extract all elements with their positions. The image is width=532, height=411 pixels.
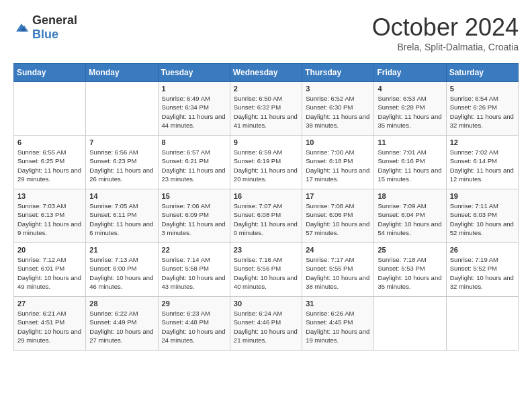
calendar-cell: 6Sunrise: 6:55 AM Sunset: 6:25 PM Daylig… (14, 136, 86, 189)
title-block: October 2024 Brela, Split-Dalmatia, Croa… (372, 13, 519, 52)
logo: General Blue (13, 13, 77, 42)
day-number: 30 (234, 300, 298, 308)
day-content: Sunrise: 6:55 AM Sunset: 6:25 PM Dayligh… (17, 148, 82, 183)
calendar-cell: 4Sunrise: 6:53 AM Sunset: 6:28 PM Daylig… (374, 82, 446, 136)
header-day-monday: Monday (86, 64, 158, 82)
week-row-1: 1Sunrise: 6:49 AM Sunset: 6:34 PM Daylig… (14, 82, 519, 136)
calendar-cell: 11Sunrise: 7:01 AM Sunset: 6:16 PM Dayli… (374, 136, 446, 189)
calendar-cell: 23Sunrise: 7:16 AM Sunset: 5:56 PM Dayli… (230, 243, 302, 297)
day-number: 22 (162, 246, 226, 254)
day-content: Sunrise: 7:00 AM Sunset: 6:18 PM Dayligh… (306, 148, 370, 183)
calendar-cell: 28Sunrise: 6:22 AM Sunset: 4:49 PM Dayli… (86, 297, 158, 351)
logo-blue: Blue (32, 28, 58, 41)
calendar-cell: 22Sunrise: 7:14 AM Sunset: 5:58 PM Dayli… (158, 243, 230, 297)
day-number: 3 (306, 85, 370, 93)
calendar-cell (446, 297, 518, 351)
calendar-cell: 8Sunrise: 6:57 AM Sunset: 6:21 PM Daylig… (158, 136, 230, 189)
day-content: Sunrise: 7:13 AM Sunset: 6:00 PM Dayligh… (89, 255, 154, 291)
day-number: 11 (378, 138, 442, 146)
day-content: Sunrise: 6:21 AM Sunset: 4:51 PM Dayligh… (17, 309, 82, 345)
calendar-cell: 27Sunrise: 6:21 AM Sunset: 4:51 PM Dayli… (14, 297, 86, 351)
day-content: Sunrise: 6:57 AM Sunset: 6:21 PM Dayligh… (162, 148, 226, 183)
header-day-friday: Friday (374, 64, 446, 82)
week-row-2: 6Sunrise: 6:55 AM Sunset: 6:25 PM Daylig… (14, 136, 519, 189)
day-number: 8 (162, 138, 226, 146)
day-number: 1 (162, 85, 226, 93)
day-number: 19 (450, 192, 515, 200)
day-number: 18 (378, 192, 442, 200)
calendar-cell: 5Sunrise: 6:54 AM Sunset: 6:26 PM Daylig… (446, 82, 518, 136)
calendar-cell: 25Sunrise: 7:18 AM Sunset: 5:53 PM Dayli… (374, 243, 446, 297)
calendar-cell: 2Sunrise: 6:50 AM Sunset: 6:32 PM Daylig… (230, 82, 302, 136)
day-number: 17 (306, 192, 370, 200)
header-row: SundayMondayTuesdayWednesdayThursdayFrid… (14, 64, 519, 82)
calendar-cell: 12Sunrise: 7:02 AM Sunset: 6:14 PM Dayli… (446, 136, 518, 189)
day-content: Sunrise: 7:17 AM Sunset: 5:55 PM Dayligh… (306, 255, 370, 291)
day-content: Sunrise: 7:06 AM Sunset: 6:09 PM Dayligh… (162, 201, 226, 237)
calendar-cell (374, 297, 446, 351)
day-content: Sunrise: 6:54 AM Sunset: 6:26 PM Dayligh… (450, 94, 515, 130)
calendar-cell: 30Sunrise: 6:24 AM Sunset: 4:46 PM Dayli… (230, 297, 302, 351)
day-number: 4 (378, 85, 442, 93)
calendar-cell: 9Sunrise: 6:59 AM Sunset: 6:19 PM Daylig… (230, 136, 302, 189)
calendar-table: SundayMondayTuesdayWednesdayThursdayFrid… (13, 63, 519, 351)
calendar-cell: 29Sunrise: 6:23 AM Sunset: 4:48 PM Dayli… (158, 297, 230, 351)
calendar-cell: 16Sunrise: 7:07 AM Sunset: 6:08 PM Dayli… (230, 189, 302, 243)
calendar-cell: 10Sunrise: 7:00 AM Sunset: 6:18 PM Dayli… (302, 136, 374, 189)
calendar-header: SundayMondayTuesdayWednesdayThursdayFrid… (14, 64, 519, 82)
calendar-cell: 3Sunrise: 6:52 AM Sunset: 6:30 PM Daylig… (302, 82, 374, 136)
day-content: Sunrise: 7:19 AM Sunset: 5:52 PM Dayligh… (450, 255, 515, 291)
day-number: 23 (234, 246, 298, 254)
calendar-cell: 17Sunrise: 7:08 AM Sunset: 6:06 PM Dayli… (302, 189, 374, 243)
header-day-sunday: Sunday (14, 64, 86, 82)
day-number: 20 (17, 246, 82, 254)
day-content: Sunrise: 6:24 AM Sunset: 4:46 PM Dayligh… (234, 309, 298, 345)
day-number: 26 (450, 246, 515, 254)
day-number: 24 (306, 246, 370, 254)
header-day-wednesday: Wednesday (230, 64, 302, 82)
day-content: Sunrise: 7:05 AM Sunset: 6:11 PM Dayligh… (89, 201, 154, 237)
calendar-cell: 18Sunrise: 7:09 AM Sunset: 6:04 PM Dayli… (374, 189, 446, 243)
week-row-5: 27Sunrise: 6:21 AM Sunset: 4:51 PM Dayli… (14, 297, 519, 351)
day-number: 6 (17, 138, 82, 146)
calendar-cell: 19Sunrise: 7:11 AM Sunset: 6:03 PM Dayli… (446, 189, 518, 243)
calendar-cell: 7Sunrise: 6:56 AM Sunset: 6:23 PM Daylig… (86, 136, 158, 189)
calendar-cell: 21Sunrise: 7:13 AM Sunset: 6:00 PM Dayli… (86, 243, 158, 297)
week-row-4: 20Sunrise: 7:12 AM Sunset: 6:01 PM Dayli… (14, 243, 519, 297)
header-day-saturday: Saturday (446, 64, 518, 82)
day-number: 21 (89, 246, 154, 254)
day-content: Sunrise: 7:14 AM Sunset: 5:58 PM Dayligh… (162, 255, 226, 291)
day-content: Sunrise: 7:03 AM Sunset: 6:13 PM Dayligh… (17, 201, 82, 237)
day-number: 2 (234, 85, 298, 93)
week-row-3: 13Sunrise: 7:03 AM Sunset: 6:13 PM Dayli… (14, 189, 519, 243)
location-title: Brela, Split-Dalmatia, Croatia (372, 42, 519, 52)
day-number: 7 (89, 138, 154, 146)
calendar-cell: 15Sunrise: 7:06 AM Sunset: 6:09 PM Dayli… (158, 189, 230, 243)
day-content: Sunrise: 7:01 AM Sunset: 6:16 PM Dayligh… (378, 148, 442, 183)
day-content: Sunrise: 7:08 AM Sunset: 6:06 PM Dayligh… (306, 201, 370, 237)
day-content: Sunrise: 6:56 AM Sunset: 6:23 PM Dayligh… (89, 148, 154, 183)
calendar-cell: 13Sunrise: 7:03 AM Sunset: 6:13 PM Dayli… (14, 189, 86, 243)
day-number: 12 (450, 138, 515, 146)
day-number: 28 (89, 300, 154, 308)
day-number: 9 (234, 138, 298, 146)
day-number: 5 (450, 85, 515, 93)
logo-general: General (32, 13, 77, 27)
day-number: 29 (162, 300, 226, 308)
day-content: Sunrise: 7:16 AM Sunset: 5:56 PM Dayligh… (234, 255, 298, 291)
day-content: Sunrise: 7:02 AM Sunset: 6:14 PM Dayligh… (450, 148, 515, 183)
calendar-cell: 14Sunrise: 7:05 AM Sunset: 6:11 PM Dayli… (86, 189, 158, 243)
logo-icon (13, 21, 30, 34)
day-content: Sunrise: 6:22 AM Sunset: 4:49 PM Dayligh… (89, 309, 154, 345)
day-content: Sunrise: 6:59 AM Sunset: 6:19 PM Dayligh… (234, 148, 298, 183)
day-content: Sunrise: 6:53 AM Sunset: 6:28 PM Dayligh… (378, 94, 442, 130)
day-number: 10 (306, 138, 370, 146)
day-number: 15 (162, 192, 226, 200)
calendar-body: 1Sunrise: 6:49 AM Sunset: 6:34 PM Daylig… (14, 82, 519, 351)
day-content: Sunrise: 6:23 AM Sunset: 4:48 PM Dayligh… (162, 309, 226, 345)
day-content: Sunrise: 6:49 AM Sunset: 6:34 PM Dayligh… (162, 94, 226, 130)
page-header: General Blue October 2024 Brela, Split-D… (13, 13, 519, 52)
calendar-cell: 26Sunrise: 7:19 AM Sunset: 5:52 PM Dayli… (446, 243, 518, 297)
day-number: 16 (234, 192, 298, 200)
day-number: 14 (89, 192, 154, 200)
